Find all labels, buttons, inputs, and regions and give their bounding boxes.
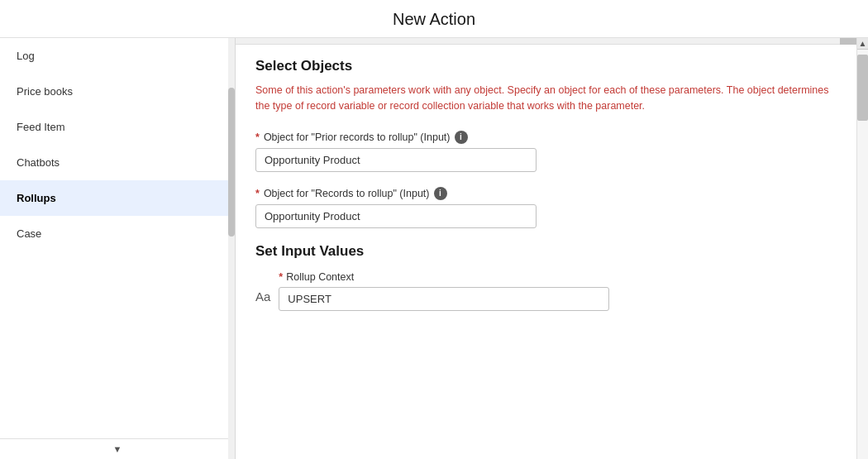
rollup-context-group: * Rollup Context — [279, 271, 609, 311]
sidebar-item-feed-item[interactable]: Feed Item — [0, 109, 235, 145]
page-title: New Action — [0, 10, 868, 29]
scroll-up-button[interactable]: ▲ — [857, 38, 868, 50]
content-top-bar — [236, 38, 856, 45]
content-inner: Select Objects Some of this action's par… — [236, 45, 856, 331]
set-input-values-section: Set Input Values Aa * Rollup Context — [255, 243, 837, 311]
main-layout: Log Price books Feed Item Chatbots Rollu… — [0, 38, 868, 459]
sidebar-item-case[interactable]: Case — [0, 216, 235, 251]
aa-icon: Aa — [255, 289, 270, 304]
field-records-to-rollup: * Object for "Records to rollup" (Input)… — [255, 187, 837, 228]
required-star-1: * — [255, 131, 260, 143]
sidebar-item-rollups[interactable]: Rollups — [0, 180, 235, 216]
rollup-context-input[interactable] — [279, 287, 609, 311]
select-objects-title: Select Objects — [255, 58, 837, 74]
sidebar-scroll-down[interactable]: ▼ — [0, 438, 235, 459]
info-icon-2[interactable]: i — [434, 187, 447, 200]
rollup-context-label: * Rollup Context — [279, 271, 609, 283]
scroll-down-arrow[interactable]: ▼ — [111, 442, 124, 456]
right-scrollbar-thumb[interactable] — [857, 55, 868, 121]
sidebar: Log Price books Feed Item Chatbots Rollu… — [0, 38, 236, 459]
scroll-up-icon: ▲ — [859, 39, 867, 48]
field2-label: * Object for "Records to rollup" (Input)… — [255, 187, 837, 200]
info-icon-1[interactable]: i — [455, 131, 468, 144]
page-header: New Action — [0, 0, 868, 38]
content-top-scrollbar[interactable] — [840, 38, 856, 45]
right-scrollbar: ▲ — [856, 38, 868, 459]
sidebar-item-log[interactable]: Log — [0, 38, 235, 74]
field1-input[interactable] — [255, 148, 537, 172]
sidebar-scrollbar — [228, 38, 235, 459]
sidebar-scrollbar-thumb — [228, 88, 235, 237]
required-star-3: * — [279, 271, 283, 283]
field2-input[interactable] — [255, 204, 537, 228]
field-prior-records: * Object for "Prior records to rollup" (… — [255, 131, 837, 172]
select-objects-section: Select Objects Some of this action's par… — [255, 58, 837, 228]
required-star-2: * — [255, 188, 260, 199]
rollup-context-row: Aa * Rollup Context — [255, 271, 837, 311]
sidebar-item-price-books[interactable]: Price books — [0, 74, 235, 109]
set-input-values-title: Set Input Values — [255, 243, 837, 260]
info-text: Some of this action's parameters work wi… — [255, 83, 837, 114]
field1-label: * Object for "Prior records to rollup" (… — [255, 131, 837, 144]
content-area: Select Objects Some of this action's par… — [236, 38, 856, 459]
sidebar-item-chatbots[interactable]: Chatbots — [0, 145, 235, 180]
